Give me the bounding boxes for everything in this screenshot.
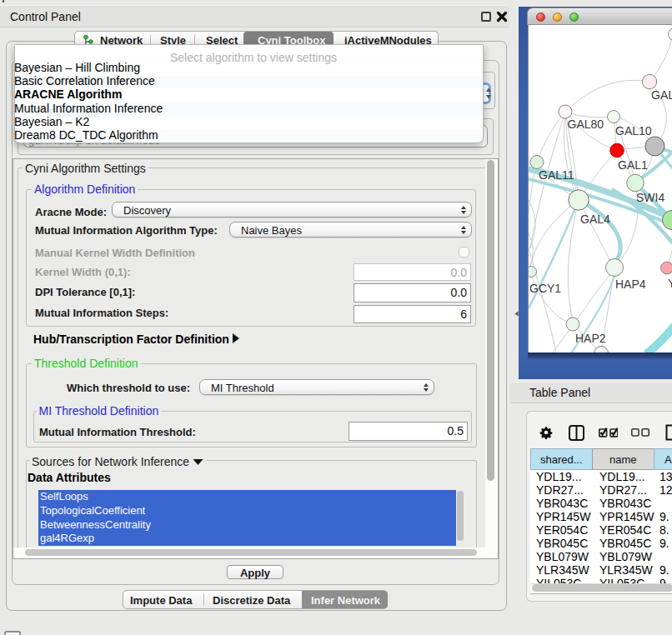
svg-text:GAL11: GAL11 bbox=[539, 168, 574, 182]
svg-text:HAP2: HAP2 bbox=[575, 332, 606, 345]
svg-text:GAL80: GAL80 bbox=[568, 118, 604, 131]
svg-text:GAL1: GAL1 bbox=[618, 158, 648, 172]
svg-text:GAL10: GAL10 bbox=[615, 124, 652, 138]
svg-text:Y: Y bbox=[668, 277, 672, 290]
svg-text:SWI4: SWI4 bbox=[636, 191, 664, 204]
svg-text:GAL7: GAL7 bbox=[651, 88, 672, 102]
svg-text:GAL4: GAL4 bbox=[580, 212, 610, 226]
svg-text:GCY1: GCY1 bbox=[529, 282, 561, 295]
svg-text:HAP4: HAP4 bbox=[615, 278, 646, 291]
